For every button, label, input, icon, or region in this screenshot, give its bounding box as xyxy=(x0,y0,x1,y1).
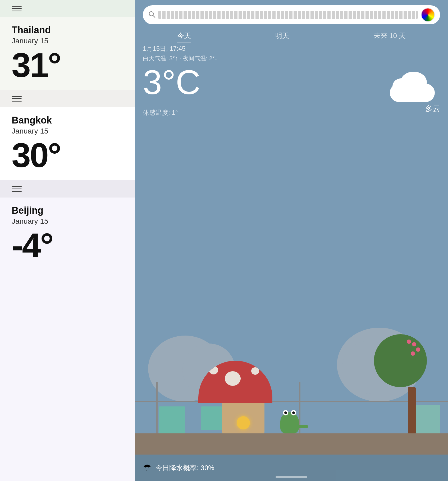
beijing-city: Beijing xyxy=(12,205,123,216)
frog-character xyxy=(280,412,299,433)
bangkok-city: Bangkok xyxy=(12,115,123,126)
bangkok-date: January 15 xyxy=(12,127,123,135)
hamburger-icon-bangkok[interactable] xyxy=(12,96,22,102)
beijing-header: Beijing January 15 xyxy=(0,198,135,226)
weather-temp-range: 白天气温: 3°↑ · 夜间气温: 2°↓ xyxy=(143,54,440,62)
mushroom-house xyxy=(214,361,272,435)
frog-arm xyxy=(298,425,308,428)
mushroom-window xyxy=(237,416,250,429)
weather-condition: 多云 xyxy=(425,104,440,114)
thailand-temp: 31° xyxy=(0,45,135,90)
flower-2 xyxy=(416,347,420,352)
mushroom-spot-1 xyxy=(225,371,241,386)
frog-eye-right xyxy=(291,410,296,415)
tab-bar: 今天 明天 未来 10 天 xyxy=(135,29,448,43)
frog-eye-left xyxy=(283,410,288,415)
divider-bangkok xyxy=(0,90,135,107)
weather-item-thailand[interactable]: Thailand January 15 31° xyxy=(0,0,135,90)
flower-3 xyxy=(407,340,411,344)
weather-datetime: 1月15日, 17:45 xyxy=(143,44,440,53)
svg-line-1 xyxy=(153,15,155,17)
ground xyxy=(135,433,448,455)
search-text[interactable] xyxy=(158,11,418,19)
weather-temperature: 3°C xyxy=(143,65,200,99)
bangkok-header: Bangkok January 15 xyxy=(0,107,135,135)
home-indicator xyxy=(276,476,307,478)
flower-4 xyxy=(411,351,415,356)
weather-feels-like: 体感温度: 1° xyxy=(143,108,178,117)
mushroom-spot-3 xyxy=(251,367,259,375)
bangkok-temp: 30° xyxy=(0,135,135,180)
divider-beijing xyxy=(0,180,135,198)
beijing-date: January 15 xyxy=(12,217,123,226)
tab-today[interactable]: 今天 xyxy=(177,31,191,43)
garment-1 xyxy=(159,406,185,436)
mushroom-spot-2 xyxy=(209,366,218,374)
umbrella-icon: ☂ xyxy=(143,462,151,473)
right-panel: 今天 明天 未来 10 天 1月15日, 17:45 白天气温: 3°↑ · 夜… xyxy=(135,0,448,481)
tree-trunk xyxy=(408,387,416,435)
weather-content: 1月15日, 17:45 白天气温: 3°↑ · 夜间气温: 2°↓ 3°C 体… xyxy=(143,44,440,117)
rain-probability: 今日降水概率: 30% xyxy=(156,463,214,473)
hamburger-icon-thailand[interactable] xyxy=(12,6,22,11)
hamburger-icon-beijing[interactable] xyxy=(12,186,22,192)
beijing-temp: -4° xyxy=(0,226,135,481)
clothes-post-left xyxy=(156,382,158,435)
weather-feels-row: 体感温度: 1° 多云 xyxy=(143,106,440,117)
tab-tomorrow[interactable]: 明天 xyxy=(275,31,289,43)
scene-illustration xyxy=(135,283,448,455)
tree xyxy=(396,345,427,435)
weather-item-beijing[interactable]: Beijing January 15 -4° xyxy=(0,180,135,481)
frog-body xyxy=(280,412,299,433)
search-icon xyxy=(148,11,156,19)
avatar[interactable] xyxy=(421,8,435,22)
weather-main-row: 3°C xyxy=(143,65,440,105)
mushroom-stem xyxy=(222,403,264,435)
thailand-date: January 15 xyxy=(12,37,123,45)
weather-item-bangkok[interactable]: Bangkok January 15 30° xyxy=(0,90,135,180)
tab-10days[interactable]: 未来 10 天 xyxy=(374,31,406,43)
search-bar[interactable] xyxy=(143,5,440,24)
tree-canopy xyxy=(374,334,427,387)
left-panel: Thailand January 15 31° Bangkok January … xyxy=(0,0,135,481)
divider-thailand xyxy=(0,0,135,17)
thailand-city: Thailand xyxy=(12,25,123,36)
cloud-icon xyxy=(387,70,440,105)
thailand-header: Thailand January 15 xyxy=(0,17,135,45)
flower-1 xyxy=(412,342,416,346)
